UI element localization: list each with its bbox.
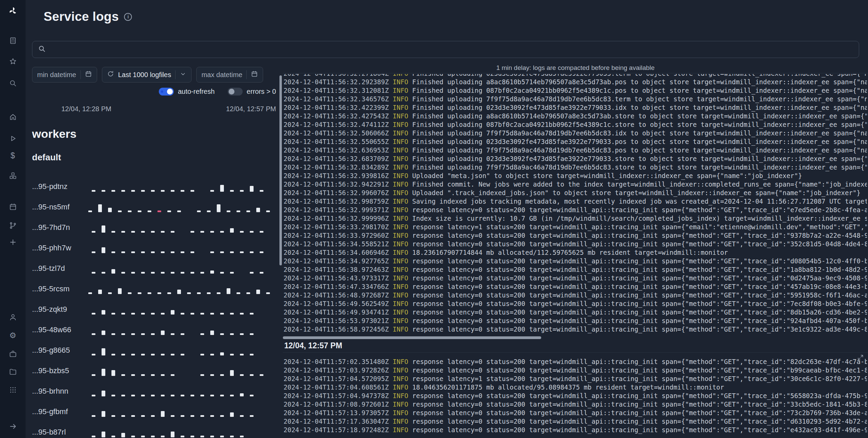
worker-name: ...95-5rcsm [32,284,88,293]
log-line: 2024-12-04T11:56:34.927765Z INFO respons… [284,257,867,265]
log-line: 2024-12-04T11:56:32.999996Z INFO Index s… [284,214,867,223]
log-line: 2024-12-04T11:57:17.363047Z INFO respons… [284,417,867,426]
log-section: 2024-12-04T11:56:32.271804Z INFO Finishe… [284,74,867,334]
home-icon[interactable] [7,111,19,123]
log-line: 2024-12-04T11:56:32.996076Z INFO Uploade… [284,189,867,197]
log-line: 2024-12-04T11:56:32.312081Z INFO Finishe… [284,86,867,95]
worker-sparkline [92,345,260,355]
log-scrollbar-vertical[interactable] [279,75,282,265]
log-line: 2024-12-04T11:56:58.972456Z INFO respons… [284,325,867,334]
errors-toggle[interactable] [228,88,243,96]
gear-icon[interactable]: ⚙ [7,329,19,341]
worker-list: ...95-pdtnz...95-ns5mf...95-7hd7n...95-p… [32,176,276,438]
worker-name: ...95-phh7w [32,244,92,252]
worker-row[interactable]: ...95-b87rl [32,422,276,438]
dollar-icon[interactable]: $ [7,149,19,162]
grid-icon[interactable] [7,384,19,396]
divider [80,70,81,79]
search-icon[interactable] [7,77,19,89]
worker-sparkline [92,222,270,233]
log-line: 2024-12-04T11:56:47.334766Z INFO respons… [284,282,867,291]
log-line: 2024-12-04T11:56:32.999371Z INFO respons… [284,206,867,214]
log-line: 2024-12-04T11:56:32.346576Z INFO Finishe… [284,95,867,103]
worker-row[interactable]: ...95-gfbmf [32,402,276,422]
calendar-icon [251,70,258,79]
log-line: 2024-12-04T11:56:32.939816Z INFO Uploade… [284,172,867,180]
worker-row[interactable]: ...95-48w66 [32,320,276,340]
sidebar: $ ⚙ [0,0,26,438]
search-input[interactable] [50,46,853,54]
range-end: 12/04, 12:57 PM [226,105,276,113]
worker-row[interactable]: ...95-ns5mf [32,197,276,217]
log-line: 2024-12-04T11:56:33.298170Z INFO respons… [284,223,867,231]
worker-sparkline [88,284,276,294]
log-line: 2024-12-04T11:57:04.572095Z INFO respons… [284,375,867,383]
branch-icon[interactable] [7,219,19,232]
worker-row[interactable]: ...95-g8665 [32,340,276,361]
min-datetime-label: min datetime [37,71,76,79]
worker-row[interactable]: ...95-7hd7n [32,217,276,238]
worker-row[interactable]: ...95-brhnn [32,381,276,402]
auto-refresh-label: auto-refresh [178,88,215,96]
range-start: 12/04, 12:28 PM [61,105,111,113]
workers-pane: min datetime Last 1000 logfiles max date… [32,67,276,438]
auto-refresh-toggle[interactable] [159,88,174,96]
log-line: 2024-12-04T11:56:48.972687Z INFO respons… [284,291,867,300]
log-line: 2024-12-04T11:57:18.972482Z INFO respons… [284,426,867,434]
worker-row[interactable]: ...95-pdtnz [32,176,276,197]
log-line: 2024-12-04T11:56:34.606946Z INFO 18.2361… [284,248,867,257]
service-logs-page: $ ⚙ Service logs i [0,0,868,438]
arrow-right-icon[interactable] [7,420,19,433]
log-line: 2024-12-04T11:56:32.834289Z INFO Finishe… [284,163,867,172]
worker-row[interactable]: ...95-zqkt9 [32,299,276,320]
worker-name: ...95-brhnn [32,387,92,396]
log-line: 2024-12-04T11:57:13.973057Z INFO respons… [284,409,867,417]
worker-name: ...95-b87rl [32,428,92,437]
info-icon[interactable]: i [124,13,132,21]
log-scrollbar-horizontal[interactable] [283,336,541,339]
worker-name: ...95-bzbs5 [32,366,92,375]
log-line: 2024-12-04T11:56:49.934741Z INFO respons… [284,308,867,317]
worker-name: ...95-7hd7n [32,223,92,232]
divider [246,70,247,79]
min-datetime-picker[interactable]: min datetime [32,67,97,83]
log-line: 2024-12-04T11:56:32.474112Z INFO Finishe… [284,120,867,129]
log-line: 2024-12-04T11:56:38.972463Z INFO respons… [284,265,867,274]
worker-name: ...95-48w66 [32,325,92,334]
max-datetime-picker[interactable]: max datetime [196,67,263,83]
filter-row: min datetime Last 1000 logfiles max date… [32,67,276,83]
max-datetime-label: max datetime [201,71,242,79]
star-icon[interactable] [7,55,19,68]
logfiles-select[interactable]: Last 1000 logfiles [102,67,192,83]
log-line: 2024-12-04T11:56:32.683709Z INFO Finishe… [284,155,867,163]
log-line: 2024-12-04T11:57:02.351480Z INFO respons… [284,357,867,366]
worker-sparkline [92,263,270,274]
calculator-icon[interactable] [7,34,19,47]
time-range-row: 12/04, 12:28 PM 12/04, 12:57 PM [32,105,276,113]
worker-sparkline [92,181,270,192]
worker-row[interactable]: ...95-5rcsm [32,279,276,299]
worker-name: ...95-zqkt9 [32,305,92,314]
worker-sparkline [92,386,260,396]
workers-heading: workers [32,127,276,141]
log-line: 2024-12-04T11:57:08.972601Z INFO respons… [284,400,867,409]
windmill-logo[interactable] [7,5,19,17]
log-line: 2024-12-04T11:57:04.947378Z INFO respons… [284,392,867,400]
worker-row[interactable]: ...95-phh7w [32,238,276,258]
worker-row[interactable]: ...95-tzl7d [32,258,276,279]
search-icon [38,45,46,54]
log-line: 2024-12-04T11:56:32.506066Z INFO Finishe… [284,129,867,137]
play-icon[interactable] [7,132,19,145]
user-icon[interactable] [7,311,19,323]
worker-name: ...95-gfbmf [32,407,92,416]
plus-icon[interactable] [7,236,19,248]
folder-icon[interactable] [7,366,19,378]
page-title: Service logs [44,10,119,24]
log-line: 2024-12-04T11:56:32.550655Z INFO Finishe… [284,137,867,146]
chevron-down-icon [180,71,186,79]
log-line: 2024-12-04T11:56:32.942291Z INFO Finishe… [284,180,867,189]
briefcase-icon[interactable] [7,348,19,360]
calendar-icon[interactable] [7,201,19,213]
worker-row[interactable]: ...95-bzbs5 [32,361,276,381]
packages-icon[interactable] [7,170,19,182]
